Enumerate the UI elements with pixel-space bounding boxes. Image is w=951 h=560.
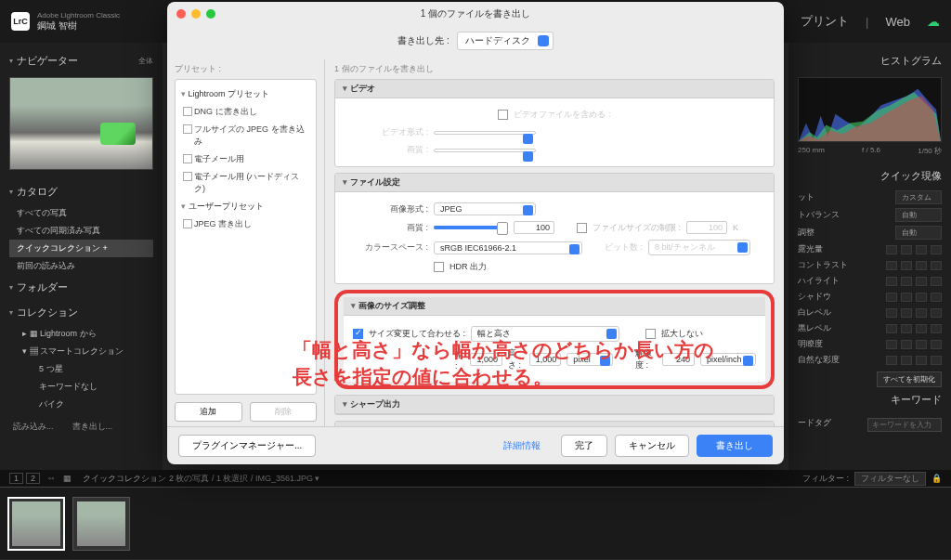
left-bottom-buttons: 読み込み... 書き出し... [9, 413, 153, 440]
filesize-limit-checkbox[interactable] [577, 223, 587, 233]
section-header[interactable]: 画像のサイズ調整 [344, 297, 765, 316]
close-window-icon[interactable] [176, 9, 186, 19]
status-bar: 1 2 ◦◦ ▦ クイックコレクション 2 枚の写真 / 1 枚選択 / IMG… [0, 470, 951, 487]
quality-input[interactable]: 100 [514, 221, 554, 234]
export-dialog: 1 個のファイルを書き出し 書き出し先 : ハードディスク プリセット : Li… [167, 2, 784, 464]
folder-panel-title[interactable]: フォルダー [9, 275, 153, 300]
filter-select[interactable]: フィルターなし [854, 472, 926, 486]
preset-item[interactable]: フルサイズの JPEG を書き込み [179, 121, 312, 150]
no-enlarge-checkbox[interactable] [645, 329, 656, 339]
image-sizing-section: 画像のサイズ調整 サイズ変更して合わせる : 幅と高さ 拡大しない 幅 :1,0… [344, 297, 765, 382]
cloud-sync-icon[interactable]: ☁ [927, 14, 940, 29]
export-button[interactable]: 書き出し [697, 435, 773, 457]
zoom-window-icon[interactable] [206, 9, 215, 19]
histogram-title[interactable]: ヒストグラム [798, 48, 942, 73]
catalog-item-active[interactable]: クイックコレクション + [9, 240, 153, 257]
size-unit-select[interactable]: pixel [567, 353, 613, 366]
cancel-button[interactable]: キャンセル [615, 435, 689, 457]
histogram-display [798, 77, 942, 142]
catalog-item[interactable]: すべての写真 [9, 204, 153, 222]
inc-button[interactable] [931, 245, 942, 254]
slider-row: ハイライト [798, 273, 942, 289]
catalog-panel-title[interactable]: カタログ [9, 179, 153, 204]
coll-item[interactable]: バイク [9, 396, 153, 413]
histogram-info: 250 mm f / 5.6 1/50 秒 [798, 146, 942, 156]
left-panel: ナビゲーター 全体 カタログ すべての写真 すべての同期済み写真 クイックコレク… [0, 43, 163, 470]
remove-preset-button[interactable]: 削除 [250, 402, 318, 422]
dest-select[interactable]: ハードディスク [457, 32, 554, 50]
lock-icon[interactable]: 🔒 [931, 474, 942, 483]
add-preset-button[interactable]: 追加 [175, 402, 242, 422]
navigator-preview[interactable] [9, 77, 153, 170]
catalog-list: すべての写真 すべての同期済み写真 クイックコレクション + 前回の読み込み [9, 204, 153, 275]
hdr-checkbox[interactable] [434, 262, 444, 272]
preset-item[interactable]: 電子メール用 (ハードディスク) [179, 168, 312, 198]
plugin-manager-button[interactable]: プラグインマネージャー... [178, 435, 316, 457]
import-button[interactable]: 読み込み... [13, 421, 54, 433]
preset-item[interactable]: 電子メール用 [179, 150, 312, 168]
catalog-item[interactable]: すべての同期済み写真 [9, 222, 153, 240]
done-button[interactable]: 完了 [561, 435, 607, 457]
slider-row: コントラスト [798, 257, 942, 273]
collection-panel-title[interactable]: コレクション [9, 300, 153, 325]
height-input[interactable]: 1,000 [529, 353, 562, 366]
wb-select[interactable]: 自動 [895, 208, 942, 222]
keyword-tag-row: ードタグ [798, 412, 942, 434]
preset-group[interactable]: ユーザープリセット [179, 198, 312, 215]
video-format-select [434, 131, 536, 135]
lightroom-logo: LrC [11, 12, 30, 31]
catalog-item[interactable]: 前回の読み込み [9, 257, 153, 275]
file-settings-section: ファイル設定 画像形式 :JPEG 画質 :100 ファイルサイズの制限 :10… [334, 173, 775, 284]
section-header[interactable]: ビデオ [335, 80, 774, 98]
quick-develop-title[interactable]: クイック現像 [798, 163, 942, 189]
export-button[interactable]: 書き出し... [72, 421, 113, 433]
reset-all-button[interactable]: すべてを初期化 [877, 371, 942, 387]
section-header[interactable]: ファイル設定 [335, 174, 774, 192]
coll-item[interactable]: 5 つ星 [9, 360, 153, 378]
coll-item[interactable]: ▾ ▦ スマートコレクション [9, 343, 153, 360]
section-header[interactable]: シャープ出力 [335, 396, 774, 414]
filmstrip-thumb[interactable] [72, 497, 130, 551]
navigator-panel-title[interactable]: ナビゲーター 全体 [9, 48, 153, 73]
fit-select[interactable]: 幅と高さ [471, 326, 619, 342]
minimize-window-icon[interactable] [191, 9, 201, 19]
resolution-input[interactable]: 240 [662, 353, 695, 366]
coll-item[interactable]: ▸ ▦ Lightroom から [9, 325, 153, 343]
page-2[interactable]: 2 [26, 473, 40, 484]
filmstrip-thumb-selected[interactable] [7, 497, 65, 551]
coll-item[interactable]: キーワードなし [9, 378, 153, 396]
destination-row: 書き出し先 : ハードディスク [167, 26, 784, 59]
tab-web[interactable]: Web [886, 15, 911, 29]
resolution-unit-select[interactable]: pixel/inch [700, 353, 756, 366]
tab-print[interactable]: プリント [801, 13, 849, 30]
slider-row: 露光量 [798, 241, 942, 257]
preset-item[interactable]: JPEG 書き出し [179, 215, 312, 233]
grid-icon[interactable]: ▦ [63, 474, 72, 483]
keyword-input[interactable] [867, 418, 942, 432]
resize-checkbox[interactable] [353, 329, 363, 339]
preset-label: プリセット : [175, 63, 317, 79]
keyword-title[interactable]: キーワード [798, 387, 942, 412]
collection-list: ▸ ▦ Lightroom から ▾ ▦ スマートコレクション 5 つ星 キーワ… [9, 325, 153, 413]
slider-row: 白レベル [798, 305, 942, 320]
adj-select[interactable]: 自動 [895, 226, 942, 240]
detail-link[interactable]: 詳細情報 [490, 436, 554, 456]
bitdepth-select: 8 bit/チャンネル [648, 240, 750, 255]
preset-tree: Lightroom プリセット DNG に書き出し フルサイズの JPEG を書… [175, 79, 317, 395]
preset-item[interactable]: DNG に書き出し [179, 103, 312, 121]
preset-select[interactable]: カスタム [895, 190, 942, 204]
colorspace-select[interactable]: sRGB IEC61966-2.1 [434, 241, 582, 254]
page-1[interactable]: 1 [9, 473, 23, 484]
preset-group[interactable]: Lightroom プリセット [179, 85, 312, 103]
filmstrip [0, 487, 951, 559]
file-format-select[interactable]: JPEG [434, 202, 536, 215]
width-input[interactable]: 1,000 [470, 353, 502, 366]
user-name: 鋼城 智樹 [37, 20, 120, 32]
wb-row: トバランス自動 [798, 206, 942, 224]
dialog-body: プリセット : Lightroom プリセット DNG に書き出し フルサイズの… [167, 59, 784, 426]
dec-button[interactable] [886, 245, 897, 254]
adj-row: 調整自動 [798, 224, 942, 241]
brand-name: Adobe Lightroom Classic [37, 11, 120, 20]
dialog-footer: プラグインマネージャー... 詳細情報 完了 キャンセル 書き出し [167, 426, 784, 464]
quality-slider[interactable] [434, 226, 508, 229]
